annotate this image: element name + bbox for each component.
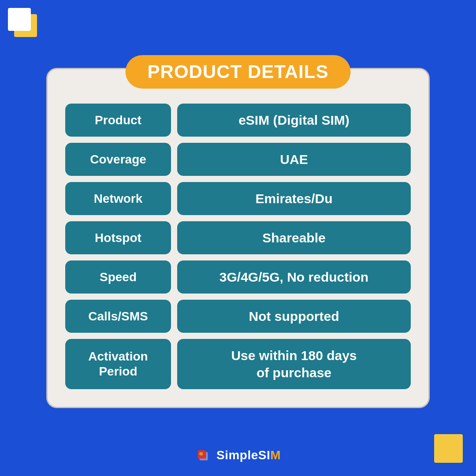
label-text-1: Coverage: [90, 152, 146, 167]
label-cell-1: Coverage: [65, 143, 171, 176]
title-text: PRODUCT DETAILS: [148, 61, 329, 82]
value-text-3: Shareable: [262, 229, 325, 246]
table-row: CoverageUAE: [65, 143, 411, 176]
label-text-0: Product: [95, 113, 141, 128]
brand-name: SimpleSIM: [216, 448, 281, 462]
label-cell-4: Speed: [65, 260, 171, 294]
rows-container: ProducteSIM (Digital SIM)CoverageUAENetw…: [65, 104, 411, 389]
value-cell-1: UAE: [177, 143, 411, 176]
footer: SimpleSIM: [195, 447, 281, 464]
value-text-6: Use within 180 days of purchase: [231, 347, 357, 381]
table-row: Activation PeriodUse within 180 days of …: [65, 339, 411, 389]
value-text-2: Emirates/Du: [255, 190, 332, 207]
value-cell-3: Shareable: [177, 221, 411, 254]
value-cell-0: eSIM (Digital SIM): [177, 104, 411, 137]
value-cell-6: Use within 180 days of purchase: [177, 339, 411, 389]
label-cell-2: Network: [65, 182, 171, 215]
label-cell-0: Product: [65, 104, 171, 137]
simplesim-logo-icon: [195, 447, 212, 464]
value-cell-2: Emirates/Du: [177, 182, 411, 215]
brand-name-part2: M: [270, 448, 281, 462]
table-row: Calls/SMSNot supported: [65, 300, 411, 333]
label-text-6: Activation Period: [88, 349, 148, 379]
value-text-0: eSIM (Digital SIM): [238, 112, 350, 129]
label-text-4: Speed: [100, 270, 137, 285]
corner-decoration-bottom-right: [434, 434, 463, 463]
product-details-card: PRODUCT DETAILS ProducteSIM (Digital SIM…: [46, 68, 430, 408]
value-text-1: UAE: [280, 151, 308, 168]
table-row: Speed3G/4G/5G, No reduction: [65, 260, 411, 294]
corner-decoration-top-left: [8, 8, 39, 39]
value-cell-4: 3G/4G/5G, No reduction: [177, 260, 411, 294]
value-text-5: Not supported: [249, 308, 339, 325]
label-cell-5: Calls/SMS: [65, 300, 171, 333]
label-text-2: Network: [94, 191, 142, 206]
table-row: NetworkEmirates/Du: [65, 182, 411, 215]
value-cell-5: Not supported: [177, 300, 411, 333]
label-cell-3: Hotspot: [65, 221, 171, 254]
label-text-5: Calls/SMS: [88, 309, 148, 324]
brand-name-part1: SimpleSI: [216, 448, 270, 462]
svg-rect-2: [199, 452, 203, 455]
table-row: HotspotShareable: [65, 221, 411, 254]
title-badge: PRODUCT DETAILS: [126, 55, 351, 89]
label-text-3: Hotspot: [95, 231, 141, 245]
value-text-4: 3G/4G/5G, No reduction: [219, 268, 368, 286]
table-row: ProducteSIM (Digital SIM): [65, 104, 411, 137]
square-front: [8, 8, 31, 31]
label-cell-6: Activation Period: [65, 339, 171, 389]
